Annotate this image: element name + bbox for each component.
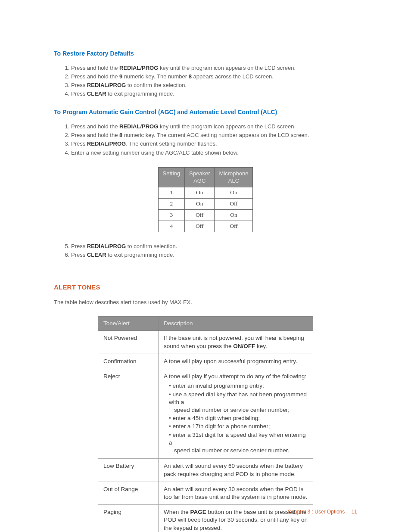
agc-th-mic: MicrophoneALC — [215, 167, 253, 187]
alert-label: Paging — [98, 505, 159, 532]
agc-steps-list-b: Press REDIAL/PROG to confirm selection. … — [54, 243, 357, 259]
table-row: 4OffOff — [158, 221, 253, 232]
list-item: Press REDIAL/PROG to confirm selection. — [71, 243, 357, 250]
footer-chapter: Chapter 3 : User Options — [288, 509, 345, 515]
list-item: Press and hold the REDIAL/PROG key until… — [71, 64, 357, 72]
page-footer: Chapter 3 : User Options 11 — [288, 508, 357, 516]
list-item: Enter a new setting number using the AGC… — [71, 149, 357, 157]
agc-alc-table: Setting SpeakerAGC MicrophoneALC 1OnOn 2… — [158, 167, 253, 232]
list-item: Press REDIAL/PROG. The current setting n… — [71, 140, 357, 148]
restore-steps-list: Press and hold the REDIAL/PROG key until… — [54, 64, 357, 98]
agc-th-speaker: SpeakerAGC — [185, 167, 215, 187]
list-item: enter an invalid programming entry; — [169, 382, 308, 390]
alert-desc: A tone will play if you attempt to do an… — [159, 369, 313, 459]
heading-alert-tones: ALERT TONES — [54, 283, 357, 292]
agc-th-setting: Setting — [158, 167, 184, 187]
alert-label: Out of Range — [98, 482, 159, 504]
alerts-th-tone: Tone/Alert — [98, 316, 159, 331]
table-row: Out of Range An alert will sound every 3… — [98, 482, 313, 504]
list-item: enter a 17th digit for a phone number; — [169, 423, 308, 430]
table-row: Not Powered If the base unit is not powe… — [98, 331, 313, 354]
list-item: use a speed dial key that has not been p… — [169, 391, 308, 414]
list-item: Press CLEAR to exit programming mode. — [71, 251, 357, 259]
list-item: enter a 45th digit when predialing; — [169, 414, 308, 422]
footer-page-number: 11 — [352, 509, 357, 515]
list-item: Press and hold the 8 numeric key. The cu… — [71, 131, 357, 139]
table-row: 2OnOff — [158, 199, 253, 210]
table-row: Reject A tone will play if you attempt t… — [98, 369, 313, 459]
alert-desc: An alert will sound every 30 seconds whe… — [159, 482, 313, 504]
reject-list: enter an invalid programming entry; use … — [164, 382, 308, 454]
table-row: Confirmation A tone will play upon succe… — [98, 354, 313, 369]
alert-desc: An alert will sound every 60 seconds whe… — [159, 459, 313, 482]
table-row: Low Battery An alert will sound every 60… — [98, 459, 313, 482]
list-item: enter a 31st digit for a speed dial key … — [169, 431, 308, 455]
alert-tones-table: Tone/Alert Description Not Powered If th… — [98, 316, 313, 532]
table-row: Paging When the PAGE button on the base … — [98, 505, 313, 532]
alert-label: Reject — [98, 369, 159, 459]
alert-desc: If the base unit is not powered, you wil… — [159, 331, 313, 354]
alert-label: Not Powered — [98, 331, 159, 354]
heading-program-agc-alc: To Program Automatic Gain Control (AGC) … — [54, 108, 357, 117]
heading-restore-defaults: To Restore Factory Defaults — [54, 50, 357, 58]
alerts-th-desc: Description — [159, 316, 313, 331]
agc-steps-list-a: Press and hold the REDIAL/PROG key until… — [54, 123, 357, 157]
table-row: 1OnOn — [158, 187, 253, 199]
list-item: Press and hold the 9 numeric key. The nu… — [71, 73, 357, 81]
alert-tones-intro: The table below describes alert tones us… — [54, 299, 357, 306]
document-page: To Restore Factory Defaults Press and ho… — [0, 0, 411, 532]
list-item: Press and hold the REDIAL/PROG key until… — [71, 123, 357, 131]
list-item: Press REDIAL/PROG to confirm the selecti… — [71, 81, 357, 89]
table-row: 3OffOn — [158, 210, 253, 221]
list-item: Press CLEAR to exit programming mode. — [71, 90, 357, 98]
alert-desc: A tone will play upon successful program… — [159, 354, 313, 369]
alert-label: Low Battery — [98, 459, 159, 482]
alert-label: Confirmation — [98, 354, 159, 369]
